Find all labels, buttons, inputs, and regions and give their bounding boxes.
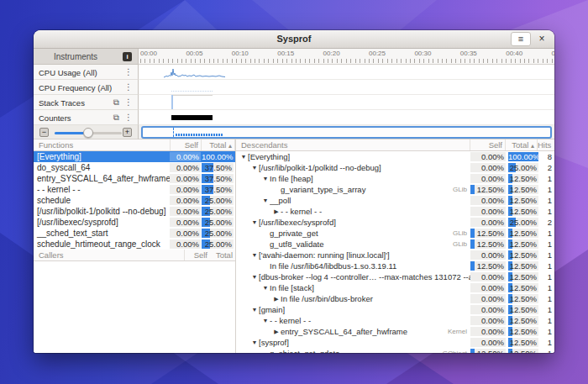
descendant-row[interactable]: ▶entry_SYSCALL_64_after_hwframeKernel0.0… [236, 326, 554, 337]
zoom-slider[interactable] [55, 132, 122, 134]
descendant-row[interactable]: g_utf8_validateGLib12.50%12.50%1 [236, 239, 554, 250]
expander-closed-icon[interactable]: ▶ [272, 293, 281, 304]
function-row[interactable]: - - kernel - -0.00%37.50% [34, 184, 235, 195]
total-cell: 12.50% [508, 338, 538, 347]
total-column-header[interactable]: Total ▴ [506, 139, 538, 150]
total-cell: 25.00% [202, 196, 234, 205]
sort-ascending-icon: ▴ [531, 142, 534, 150]
descendant-row[interactable]: ▼[sysprof]0.00%12.50%1 [236, 337, 554, 348]
total-cell: 100.00% [508, 152, 538, 161]
expander-closed-icon[interactable]: ▶ [272, 206, 281, 217]
stack-traces-chart[interactable] [139, 95, 554, 110]
kebab-menu-icon[interactable]: ⋮ [124, 67, 133, 76]
descendant-row[interactable]: ▼[dbus-broker --log 4 --controller… --ma… [236, 271, 554, 282]
descendant-row[interactable]: g_variant_type_is_arrayGLib12.50%12.50%1 [236, 184, 554, 195]
descendant-row[interactable]: ▼[Everything]0.00%100.00%8 [236, 151, 554, 162]
descendant-row[interactable]: ▼[gmain]0.00%12.50%1 [236, 304, 554, 315]
hits-cell: 1 [539, 338, 554, 347]
expander-closed-icon[interactable]: ▶ [272, 326, 281, 337]
descendant-name: [/usr/lib/polkit-1/polkitd --no-debug] [259, 163, 470, 172]
self-cell: 12.50% [470, 239, 506, 249]
self-column-header[interactable]: Self [470, 139, 506, 150]
kebab-menu-icon[interactable]: ⋮ [124, 97, 133, 107]
zoom-out-button[interactable]: − [39, 128, 49, 137]
self-cell-value: 0.00% [470, 294, 506, 303]
descendant-row[interactable]: ▶In file /usr/bin/dbus-broker0.00%12.50%… [236, 293, 554, 304]
self-column-header[interactable]: Self [171, 139, 202, 150]
descendant-row[interactable]: g_private_getGLib12.50%12.50%1 [236, 228, 554, 239]
expander-open-icon[interactable]: ▼ [250, 217, 259, 228]
descendant-row[interactable]: ▼In file [stack]0.00%12.50%1 [236, 282, 554, 293]
instrument-row-cpu-usage[interactable]: CPU Usage (All) ⋮ [34, 65, 139, 80]
kebab-menu-icon[interactable]: ⋮ [124, 82, 133, 92]
function-name: schedule_hrtimeout_range_clock [34, 239, 170, 249]
descendant-row[interactable]: ▼__poll0.00%12.50%1 [236, 195, 554, 206]
self-cell-value: 0.00% [470, 218, 506, 227]
expander-open-icon[interactable]: ▼ [250, 250, 259, 260]
expander-open-icon[interactable]: ▼ [261, 315, 270, 326]
hits-cell: 1 [539, 250, 554, 260]
function-row[interactable]: entry_SYSCALL_64_after_hwframe0.00%37.50… [34, 173, 235, 184]
callers-total-header[interactable]: Total [210, 250, 235, 260]
function-row[interactable]: schedule_hrtimeout_range_clock0.00%25.00… [34, 239, 235, 250]
self-cell: 0.00% [470, 327, 506, 336]
descendant-row[interactable]: ▼['avahi-daemon: running [linux.local]']… [236, 250, 554, 260]
cpu-frequency-chart[interactable] [139, 80, 554, 95]
self-cell-value: 0.00% [470, 338, 506, 347]
timeline-tick-label: 00:40 [506, 50, 522, 57]
descendant-row[interactable]: ▼[/usr/lib/polkit-1/polkitd --no-debug]0… [236, 162, 554, 173]
function-row[interactable]: do_syscall_640.00%37.50% [34, 162, 235, 173]
expander-open-icon[interactable]: ▼ [261, 173, 270, 184]
counters-chart[interactable] [139, 110, 554, 125]
descendant-row[interactable]: g_object_get_qdataGObject12.50%12.50%1 [236, 348, 554, 353]
descendant-row[interactable]: ▼[/usr/libexec/sysprofd]0.00%25.00%2 [236, 217, 554, 228]
total-column-header[interactable]: Total ▴ [202, 139, 235, 150]
instrument-row-stack-traces[interactable]: Stack Traces ⧉ ⋮ [34, 95, 139, 110]
hits-column-header[interactable]: Hits [538, 139, 554, 150]
expander-open-icon[interactable]: ▼ [261, 195, 270, 206]
hamburger-menu-icon[interactable]: ≡ [511, 32, 531, 46]
instrument-row-cpu-frequency[interactable]: CPU Frequency (All) ⋮ [34, 80, 139, 95]
function-row[interactable]: schedule0.00%25.00% [34, 195, 235, 206]
kebab-menu-icon[interactable]: ⋮ [124, 113, 133, 122]
total-cell-value: 25.00% [508, 163, 538, 172]
zoom-in-button[interactable]: + [123, 128, 132, 137]
callers-self-header[interactable]: Self [185, 250, 210, 260]
layers-icon[interactable]: ⧉ [113, 97, 119, 108]
instrument-row-counters[interactable]: Counters ⧉ ⋮ [34, 110, 139, 125]
total-cell: 25.00% [202, 218, 234, 227]
function-row[interactable]: [/usr/lib/polkit-1/polkitd --no-debug]0.… [34, 206, 235, 217]
total-cell: 12.50% [508, 283, 538, 292]
expander-open-icon[interactable]: ▼ [250, 162, 259, 173]
selection-overview-box[interactable] [141, 126, 552, 139]
instruments-header-label: Instruments [34, 52, 118, 61]
zoom-slider-handle[interactable] [83, 128, 93, 138]
titlebar[interactable]: Sysprof ≡ × [34, 30, 554, 49]
total-cell-value: 12.50% [508, 283, 538, 292]
layers-icon[interactable]: ⧉ [113, 113, 119, 123]
callers-table-header: Callers Self Total [34, 250, 235, 261]
descendant-row[interactable]: ▼In file [heap]0.00%12.50%1 [236, 173, 554, 184]
descendant-row[interactable]: ▼- - kernel - -0.00%12.50%1 [236, 315, 554, 326]
descendants-column-header[interactable]: Descendants [236, 139, 470, 150]
function-row[interactable]: [Everything]0.00%100.00% [34, 151, 235, 162]
function-row[interactable]: [/usr/libexec/sysprofd]0.00%25.00% [34, 217, 235, 228]
close-icon[interactable]: × [534, 32, 549, 46]
self-cell: 0.00% [470, 305, 506, 314]
descendant-row[interactable]: In file /usr/lib64/libdbus-1.so.3.19.111… [236, 260, 554, 271]
callers-column-header[interactable]: Callers [34, 250, 185, 260]
expander-open-icon[interactable]: ▼ [261, 282, 270, 293]
expander-open-icon[interactable]: ▼ [250, 271, 259, 282]
ruler-ticks [140, 59, 553, 63]
functions-column-header[interactable]: Functions [34, 139, 171, 150]
expander-open-icon[interactable]: ▼ [250, 304, 259, 315]
info-icon[interactable]: i [123, 52, 132, 61]
expander-open-icon[interactable]: ▼ [239, 151, 248, 162]
descendant-row[interactable]: ▶- - kernel - -0.00%12.50%1 [236, 206, 554, 217]
function-name: schedule [34, 196, 170, 205]
self-cell: 0.00% [470, 152, 506, 161]
timeline-ruler[interactable]: 00:0000:0500:1000:1500:2000:2500:3000:35… [139, 49, 554, 65]
cpu-usage-chart[interactable] [139, 65, 554, 80]
function-row[interactable]: __sched_text_start0.00%25.00% [34, 228, 235, 239]
expander-open-icon[interactable]: ▼ [250, 337, 259, 348]
